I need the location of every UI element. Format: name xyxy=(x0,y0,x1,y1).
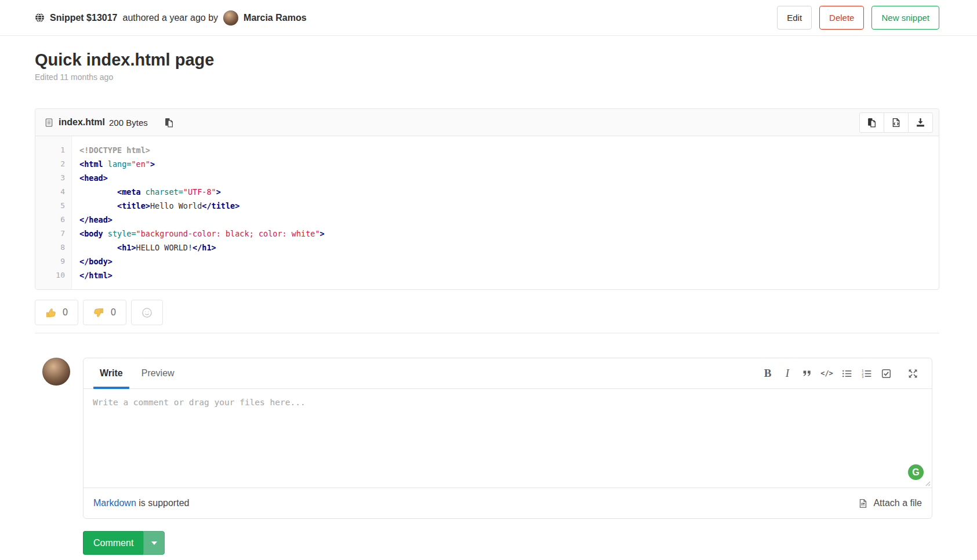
quote-button[interactable] xyxy=(797,363,817,384)
thumbs-up-button[interactable]: 0 xyxy=(35,300,78,325)
attach-file-button[interactable]: Attach a file xyxy=(858,498,922,508)
comment-submit-button[interactable]: Comment xyxy=(83,531,143,555)
attach-file-icon xyxy=(858,499,868,508)
current-user-avatar xyxy=(42,358,70,386)
copy-contents-icon xyxy=(867,118,877,128)
tab-write[interactable]: Write xyxy=(93,358,129,388)
open-raw-button[interactable] xyxy=(884,112,909,133)
line-number: 10 xyxy=(35,268,65,282)
edit-button[interactable]: Edit xyxy=(777,6,812,30)
code-line: <head> xyxy=(79,171,939,185)
code-line: <!DOCTYPE html> xyxy=(79,143,939,157)
download-icon xyxy=(916,118,925,128)
grammarly-icon[interactable]: G xyxy=(908,464,924,480)
bold-icon: B xyxy=(764,367,772,380)
code-line: </head> xyxy=(79,213,939,227)
line-number: 6 xyxy=(35,213,65,227)
snippet-actions: Edit Delete New snippet xyxy=(777,6,939,30)
line-numbers[interactable]: 12345678910 xyxy=(35,136,72,289)
caret-down-icon xyxy=(151,541,157,545)
code-line: <h1>HELLO WORLD!</h1> xyxy=(79,241,939,254)
line-number: 9 xyxy=(35,254,65,268)
comment-options-dropdown[interactable] xyxy=(143,531,165,555)
quote-icon xyxy=(802,369,812,379)
bullet-list-icon xyxy=(842,369,852,379)
code-viewer: 12345678910 <!DOCTYPE html><html lang="e… xyxy=(35,136,939,289)
copy-file-path-button[interactable] xyxy=(163,117,175,129)
author-link[interactable]: Marcia Ramos xyxy=(223,10,307,26)
line-number: 5 xyxy=(35,199,65,213)
comment-form-section: Write Preview B I xyxy=(35,358,939,519)
comment-textarea[interactable] xyxy=(83,389,932,488)
editor-tabs-row: Write Preview B I xyxy=(83,358,932,389)
resize-handle-icon[interactable] xyxy=(924,480,931,486)
italic-icon: I xyxy=(786,367,789,380)
svg-text:3: 3 xyxy=(862,375,863,379)
fullscreen-button[interactable] xyxy=(903,363,922,384)
file-size: 200 Bytes xyxy=(109,118,148,128)
tab-preview-label: Preview xyxy=(141,368,175,379)
code-line: </body> xyxy=(79,254,939,268)
line-number: 8 xyxy=(35,241,65,254)
task-list-icon xyxy=(881,369,891,379)
snippet-meta: Snippet $13017 authored a year ago by Ma… xyxy=(35,10,307,26)
author-avatar xyxy=(223,10,238,26)
snippet-id: Snippet $13017 xyxy=(50,13,118,23)
tab-write-label: Write xyxy=(100,368,123,379)
thumbs-down-count: 0 xyxy=(111,307,116,318)
delete-button[interactable]: Delete xyxy=(819,6,864,30)
edited-timestamp: Edited 11 months ago xyxy=(35,72,939,82)
markdown-toolbar: B I xyxy=(758,358,922,388)
snippet-header-bar: Snippet $13017 authored a year ago by Ma… xyxy=(0,0,977,36)
code-line: <body style="background-color: black; co… xyxy=(79,227,939,241)
line-number: 1 xyxy=(35,143,65,157)
code-line: </html> xyxy=(79,268,939,282)
globe-icon xyxy=(35,13,45,23)
file-action-group xyxy=(860,112,933,133)
file-viewer-card: index.html 200 Bytes xyxy=(35,108,939,290)
numbered-list-button[interactable]: 1 2 3 xyxy=(856,363,876,384)
markdown-help-link[interactable]: Markdown xyxy=(93,498,136,508)
add-reaction-button[interactable] xyxy=(131,300,163,325)
file-header: index.html 200 Bytes xyxy=(35,109,939,136)
open-raw-icon xyxy=(891,118,901,128)
award-emoji-row: 0 0 xyxy=(35,300,939,325)
snippet-page: Quick index.html page Edited 11 months a… xyxy=(0,50,977,555)
authored-text: authored a year ago by xyxy=(123,13,219,23)
code-line: <html lang="en"> xyxy=(79,157,939,171)
code-line: <title>Hello World</title> xyxy=(79,199,939,213)
numbered-list-icon: 1 2 3 xyxy=(862,369,871,379)
comment-editor-card: Write Preview B I xyxy=(83,358,932,519)
comment-submit-row: Comment xyxy=(35,531,939,555)
attach-file-label: Attach a file xyxy=(873,498,922,508)
task-list-button[interactable] xyxy=(876,363,896,384)
file-name: index.html xyxy=(59,117,105,128)
thumbs-down-button[interactable]: 0 xyxy=(83,300,126,325)
insert-code-button[interactable]: </> xyxy=(817,363,837,384)
code-icon: </> xyxy=(820,369,833,377)
thumbs-down-emoji xyxy=(93,307,104,318)
download-button[interactable] xyxy=(908,112,933,133)
editor-footer: Markdown is supported Attach a file xyxy=(83,488,932,518)
notes-divider xyxy=(35,333,939,333)
editor-area: G xyxy=(83,389,932,488)
author-name: Marcia Ramos xyxy=(244,13,307,23)
tab-preview[interactable]: Preview xyxy=(135,358,181,388)
smiley-icon xyxy=(141,307,152,318)
fullscreen-icon xyxy=(908,369,918,379)
new-snippet-button[interactable]: New snippet xyxy=(871,6,939,30)
code-line: <meta charset="UTF-8"> xyxy=(79,185,939,199)
bold-button[interactable]: B xyxy=(758,363,778,384)
code-content: <!DOCTYPE html><html lang="en"><head> <m… xyxy=(72,136,939,289)
thumbs-up-count: 0 xyxy=(63,307,68,318)
markdown-supported-text: is supported xyxy=(136,498,190,508)
line-number: 4 xyxy=(35,185,65,199)
italic-button[interactable]: I xyxy=(778,363,797,384)
line-number: 7 xyxy=(35,227,65,241)
bullet-list-button[interactable] xyxy=(837,363,856,384)
document-icon xyxy=(45,118,53,127)
line-number: 2 xyxy=(35,157,65,171)
thumbs-up-emoji xyxy=(45,307,56,318)
copy-contents-button[interactable] xyxy=(859,112,884,133)
line-number: 3 xyxy=(35,171,65,185)
